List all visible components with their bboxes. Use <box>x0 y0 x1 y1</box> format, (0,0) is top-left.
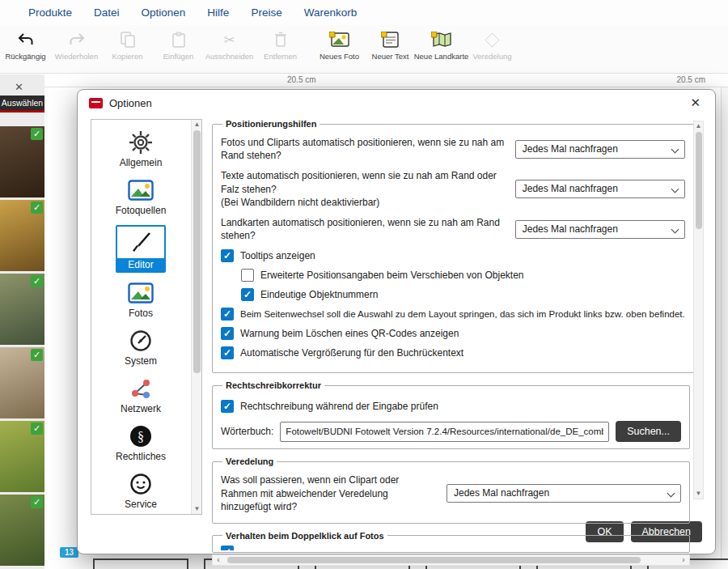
close-icon[interactable]: ✕ <box>687 94 704 112</box>
brush-icon <box>129 230 153 256</box>
checkbox-qr-warnung[interactable]: Warnung beim Löschen eines QR-Codes anze… <box>221 327 685 340</box>
close-icon[interactable]: ✕ <box>15 81 23 93</box>
nav-item-rechtliches[interactable]: § Rechtliches <box>116 423 166 462</box>
scroll-down-icon[interactable]: ▼ <box>694 489 703 499</box>
redo-icon <box>68 31 86 49</box>
nav-label: Editor <box>117 258 164 271</box>
nav-label: Allgemein <box>120 157 163 168</box>
photos-icon <box>128 280 154 306</box>
content-hscrollbar[interactable]: ‹ › <box>212 554 690 566</box>
nav-label: Netzwerk <box>121 403 161 414</box>
page-number-badge: 13 <box>60 547 78 558</box>
panel-tab-auswaehlen[interactable]: Auswählen <box>0 96 44 113</box>
checkbox-tooltips[interactable]: Tooltips anzeigen <box>221 249 685 262</box>
ruler-label-left: 20.5 cm <box>287 75 316 84</box>
toolbar-button-redo[interactable]: Wiederholen <box>51 31 102 61</box>
scroll-up-icon[interactable]: ▲ <box>694 121 703 131</box>
group-title: Positionierungshilfen <box>222 119 320 129</box>
toolbar-button-delete[interactable]: Entfernen <box>255 31 306 61</box>
photo-thumbnail[interactable]: ✓ <box>0 421 44 492</box>
app-logo-icon <box>89 98 103 108</box>
menu-preise[interactable]: Preise <box>251 6 281 19</box>
scroll-down-icon[interactable]: ▼ <box>192 504 202 514</box>
option-text: Landkarten automatisch positionieren, we… <box>221 216 506 242</box>
toolbar-button-undo[interactable]: Rückgängig <box>0 31 51 61</box>
photo-thumbnail[interactable]: ✓ <box>0 274 44 345</box>
search-button[interactable]: Suchen... <box>616 421 681 442</box>
dropdown-fotos-positionieren[interactable]: Jedes Mal nachfragen <box>515 140 685 159</box>
cut-icon: ✂ <box>223 31 235 49</box>
page-thumbnail[interactable] <box>93 558 188 569</box>
dropdown-value: Jedes Mal nachfragen <box>454 487 549 499</box>
scroll-left-icon[interactable]: ‹ <box>213 555 224 565</box>
new-map-icon <box>431 31 452 49</box>
toolbar-button-new-map[interactable]: Neue Landkarte <box>416 31 467 61</box>
check-icon: ✓ <box>31 349 43 361</box>
ruler-label-right: 20.5 cm <box>676 75 705 84</box>
check-icon: ✓ <box>31 128 43 140</box>
dropdown-veredelung[interactable]: Jedes Mal nachfragen <box>447 484 681 503</box>
toolbar-label: Neues Foto <box>320 52 359 61</box>
system-icon <box>129 328 152 354</box>
toolbar-button-new-text[interactable]: Neuer Text <box>365 31 416 61</box>
toolbar-button-cut[interactable]: ✂ Ausschneiden <box>204 31 255 61</box>
toolbar-button-paste[interactable]: Einfügen <box>153 31 204 61</box>
dropdown-value: Jedes Mal nachfragen <box>523 223 618 235</box>
checkbox-label: Automatische Vergrößerung für den Buchrü… <box>240 347 463 359</box>
menu-datei[interactable]: Datei <box>94 6 120 19</box>
nav-item-system[interactable]: System <box>125 328 157 367</box>
scroll-up-icon[interactable]: ▲ <box>192 120 202 130</box>
nav-item-netzwerk[interactable]: Netzwerk <box>121 376 161 414</box>
scroll-right-icon[interactable]: › <box>678 555 689 565</box>
checkbox-icon <box>241 288 254 301</box>
checkbox-rechtschreibung[interactable]: Rechtschreibung während der Eingabe prüf… <box>221 400 681 413</box>
nav-item-fotoquellen[interactable]: Fotoquellen <box>116 177 167 216</box>
nav-item-editor[interactable]: Editor <box>116 225 166 273</box>
nav-item-service[interactable]: Service <box>125 471 157 510</box>
checkbox-icon <box>221 308 234 321</box>
checkbox-erweiterte-positionsangaben[interactable]: Erweiterte Positionsangaben beim Verschi… <box>241 269 685 282</box>
check-icon: ✓ <box>31 202 43 214</box>
menu-produkte[interactable]: Produkte <box>28 6 72 19</box>
menu-optionen[interactable]: Optionen <box>142 6 186 19</box>
photo-thumbnail[interactable]: ✓ <box>0 200 44 271</box>
checkbox-label: Eindeutige Objektnummern <box>260 289 378 300</box>
content-vscrollbar[interactable]: ▲ ▼ <box>693 121 704 499</box>
menu-hilfe[interactable]: Hilfe <box>207 6 229 19</box>
scrollbar-thumb[interactable] <box>227 557 641 563</box>
dictionary-path-input[interactable] <box>280 422 609 442</box>
undo-icon <box>17 31 35 49</box>
scrollbar-thumb[interactable] <box>193 130 201 373</box>
chevron-down-icon <box>671 185 679 193</box>
group-doppelklick: Verhalten beim Doppelklick auf Fotos <box>212 531 690 553</box>
toolbar-button-finishing[interactable]: Veredelung <box>467 31 518 61</box>
nav-label: Service <box>125 499 157 510</box>
toolbar-button-new-photo[interactable]: Neues Foto <box>314 31 365 61</box>
horizontal-ruler: 20.5 cm 20.5 cm <box>44 74 728 87</box>
checkbox-seitenwechsel-layout[interactable]: Beim Seitenwechsel soll die Auswahl zu d… <box>221 308 685 321</box>
nav-item-fotos[interactable]: Fotos <box>128 280 154 319</box>
checkbox-eindeutige-objektnummern[interactable]: Eindeutige Objektnummern <box>241 288 685 301</box>
dropdown-landkarten-positionieren[interactable]: Jedes Mal nachfragen <box>515 220 685 239</box>
dialog-titlebar[interactable]: Optionen ✕ <box>78 90 715 116</box>
group-positionierungshilfen: Positionierungshilfen Fotos und Cliparts… <box>212 119 694 373</box>
checkbox-icon <box>221 400 234 413</box>
copy-icon <box>121 31 135 49</box>
nav-scrollbar[interactable]: ▲ ▼ <box>191 120 201 514</box>
photo-thumbnail[interactable]: ✓ <box>0 495 44 566</box>
chevron-down-icon <box>667 490 675 498</box>
dropdown-texte-positionieren[interactable]: Jedes Mal nachfragen <box>515 180 685 198</box>
checkbox-buchruecken-vergroesserung[interactable]: Automatische Vergrößerung für den Buchrü… <box>221 346 685 359</box>
finishing-icon <box>487 31 497 49</box>
toolbar-button-copy[interactable]: Kopieren <box>102 31 153 61</box>
nav-item-allgemein[interactable]: Allgemein <box>120 130 163 168</box>
nav-label: Rechtliches <box>116 451 166 462</box>
photo-thumbnail[interactable]: ✓ <box>0 126 44 197</box>
nav-label: Fotos <box>129 308 153 319</box>
photo-thumbnail[interactable]: ✓ <box>0 347 44 418</box>
scrollbar-thumb[interactable] <box>696 132 702 229</box>
option-text: Was soll passieren, wenn ein Clipart ode… <box>221 473 437 513</box>
menu-warenkorb[interactable]: Warenkorb <box>304 6 358 19</box>
nav-label: Fotoquellen <box>116 205 167 216</box>
checkbox-label: Beim Seitenwechsel soll die Auswahl zu d… <box>240 309 685 319</box>
